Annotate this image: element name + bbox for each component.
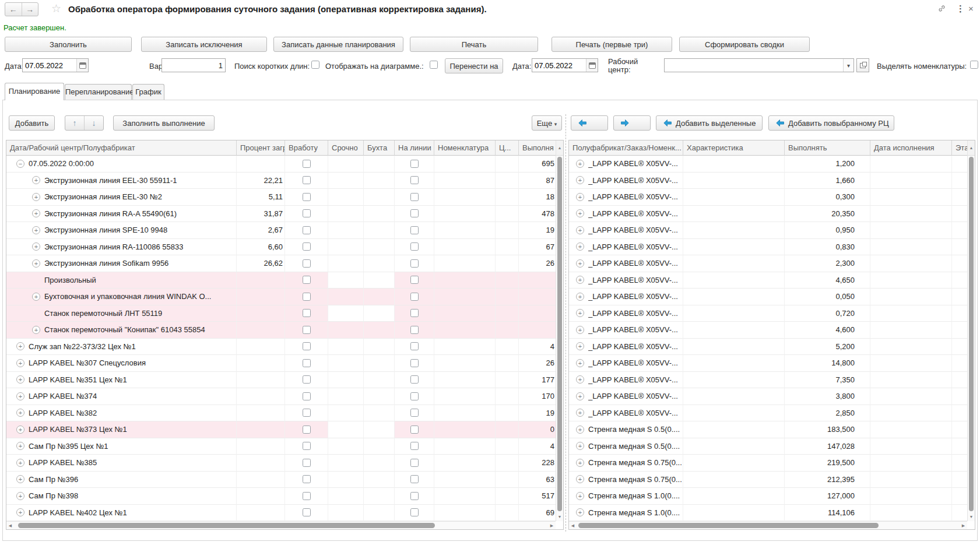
- expand-icon[interactable]: +: [16, 359, 24, 367]
- table-row[interactable]: +Станок перемоточный "Конипак" 61043 558…: [6, 322, 563, 339]
- scroll-right-icon[interactable]: ▶: [960, 522, 967, 529]
- to-work-checkbox[interactable]: [303, 226, 311, 234]
- calendar-icon[interactable]: [76, 59, 88, 72]
- expand-icon[interactable]: +: [576, 176, 584, 184]
- table-row[interactable]: Произвольный: [6, 272, 563, 289]
- table-row[interactable]: +Служ зап №22-373/32 Цех №1 4: [6, 339, 563, 356]
- horizontal-scrollbar[interactable]: ◀ ▶: [6, 521, 556, 529]
- scrollbar-thumb[interactable]: [578, 523, 879, 528]
- to-work-checkbox[interactable]: [303, 492, 311, 500]
- on-line-checkbox[interactable]: [410, 209, 419, 217]
- column-header[interactable]: Номенклатура: [434, 140, 496, 156]
- to-work-checkbox[interactable]: [303, 293, 311, 301]
- expand-icon[interactable]: +: [32, 326, 40, 334]
- action-button[interactable]: Печать (первые три): [552, 37, 672, 52]
- on-line-checkbox[interactable]: [410, 375, 419, 384]
- expand-icon[interactable]: +: [576, 492, 584, 500]
- table-row[interactable]: +Экструзионная линия SPE-10 9948 2,67 19: [6, 222, 563, 239]
- diagram-checkbox[interactable]: [430, 61, 438, 69]
- expand-icon[interactable]: +: [32, 193, 40, 201]
- on-line-checkbox[interactable]: [410, 276, 419, 284]
- to-work-checkbox[interactable]: [303, 426, 311, 434]
- expand-icon[interactable]: +: [576, 160, 584, 168]
- chevron-down-icon[interactable]: ▾: [843, 59, 853, 72]
- expand-icon[interactable]: +: [576, 508, 584, 516]
- column-header[interactable]: Ц...: [496, 140, 519, 156]
- expand-icon[interactable]: +: [576, 293, 584, 301]
- table-row[interactable]: +_LAPP KABEL® X05VV-... 7,350: [569, 372, 975, 389]
- expand-icon[interactable]: +: [576, 326, 584, 334]
- table-row[interactable]: +_LAPP KABEL® X05VV-... 0,720: [569, 305, 975, 322]
- on-line-checkbox[interactable]: [410, 259, 419, 268]
- table-row[interactable]: +_LAPP KABEL® X05VV-... 1,660: [569, 173, 975, 189]
- expand-icon[interactable]: +: [32, 293, 40, 301]
- work-center-input[interactable]: [665, 59, 843, 72]
- date-input[interactable]: [23, 59, 76, 72]
- expand-icon[interactable]: +: [16, 442, 24, 450]
- expand-icon[interactable]: −: [16, 160, 24, 168]
- table-row[interactable]: +Сам Пр №395 Цех №1 4: [6, 438, 563, 455]
- expand-icon[interactable]: +: [16, 459, 24, 467]
- expand-icon[interactable]: +: [16, 475, 24, 483]
- on-line-checkbox[interactable]: [410, 359, 419, 367]
- open-select-icon[interactable]: [856, 58, 869, 72]
- table-row[interactable]: +_LAPP KABEL® X05VV-... 4,600: [569, 322, 975, 339]
- scroll-left-icon[interactable]: ◀: [569, 522, 577, 529]
- expand-icon[interactable]: +: [32, 242, 40, 251]
- column-header[interactable]: Бухта: [364, 140, 395, 156]
- table-row[interactable]: +Стренга медная S 0.75(0... 212,395: [569, 472, 975, 488]
- on-line-checkbox[interactable]: [410, 342, 419, 350]
- table-row[interactable]: +LAPP KABEL №307 Спецусловия 26: [6, 355, 563, 372]
- to-work-checkbox[interactable]: [303, 209, 311, 217]
- expand-icon[interactable]: +: [576, 342, 584, 350]
- expand-icon[interactable]: +: [576, 242, 584, 251]
- to-work-checkbox[interactable]: [303, 342, 311, 350]
- table-row[interactable]: +_LAPP KABEL® X05VV-... 0,830: [569, 239, 975, 256]
- to-work-checkbox[interactable]: [303, 475, 311, 483]
- to-work-checkbox[interactable]: [303, 276, 311, 284]
- tab[interactable]: График: [132, 84, 164, 100]
- tab[interactable]: Перепланирование: [65, 84, 132, 100]
- expand-icon[interactable]: +: [576, 226, 584, 234]
- expand-icon[interactable]: +: [576, 209, 584, 217]
- expand-icon[interactable]: +: [32, 226, 40, 234]
- on-line-checkbox[interactable]: [410, 226, 419, 234]
- expand-icon[interactable]: +: [16, 342, 24, 350]
- calendar2-icon[interactable]: [586, 59, 598, 72]
- scroll-down-icon[interactable]: ▼: [968, 513, 975, 521]
- column-header[interactable]: На линии: [395, 140, 434, 156]
- to-work-checkbox[interactable]: [303, 508, 311, 516]
- expand-icon[interactable]: +: [576, 392, 584, 400]
- expand-icon[interactable]: +: [576, 259, 584, 268]
- table-row[interactable]: +Стренга медная S 1.0(0.... 114,106: [569, 505, 975, 522]
- table-row[interactable]: +Экструзионная линия Sofikam 9956 26,62 …: [6, 255, 563, 272]
- column-header[interactable]: Процент загрузки: [237, 140, 285, 156]
- forward-icon[interactable]: →: [22, 3, 38, 16]
- expand-icon[interactable]: +: [16, 508, 24, 516]
- table-row[interactable]: +Стренга медная S 1.0(0.... 127,000: [569, 488, 975, 505]
- table-row[interactable]: +_LAPP KABEL® X05VV-... 0,050: [569, 289, 975, 305]
- table-row[interactable]: +LAPP KABEL №374 170: [6, 388, 563, 405]
- to-work-checkbox[interactable]: [303, 259, 311, 268]
- add-button[interactable]: Добавить: [9, 115, 55, 131]
- move-left-button[interactable]: [571, 115, 608, 131]
- scrollbar-thumb[interactable]: [18, 523, 435, 528]
- column-header[interactable]: Выполнять: [785, 140, 870, 156]
- to-work-checkbox[interactable]: [303, 160, 311, 168]
- on-line-checkbox[interactable]: [410, 409, 419, 417]
- horizontal-scrollbar[interactable]: ◀ ▶: [569, 521, 967, 529]
- table-row[interactable]: +Сам Пр №396 63: [6, 472, 563, 488]
- table-row[interactable]: +Экструзионная линия EEL-30 №2 5,11 18: [6, 189, 563, 206]
- table-row[interactable]: +_LAPP KABEL® X05VV-... 20,350: [569, 206, 975, 223]
- scrollbar-thumb[interactable]: [969, 157, 974, 511]
- on-line-checkbox[interactable]: [410, 508, 419, 516]
- expand-icon[interactable]: +: [576, 459, 584, 467]
- table-row[interactable]: +_LAPP KABEL® X05VV-... 5,200: [569, 339, 975, 356]
- vertical-scrollbar[interactable]: ▲ ▼: [556, 140, 563, 521]
- expand-icon[interactable]: +: [32, 209, 40, 217]
- on-line-checkbox[interactable]: [410, 442, 419, 450]
- expand-icon[interactable]: +: [576, 309, 584, 317]
- table-row[interactable]: +Экструзионная линия RA-110086 55833 6,6…: [6, 239, 563, 256]
- to-work-checkbox[interactable]: [303, 392, 311, 400]
- to-work-checkbox[interactable]: [303, 409, 311, 417]
